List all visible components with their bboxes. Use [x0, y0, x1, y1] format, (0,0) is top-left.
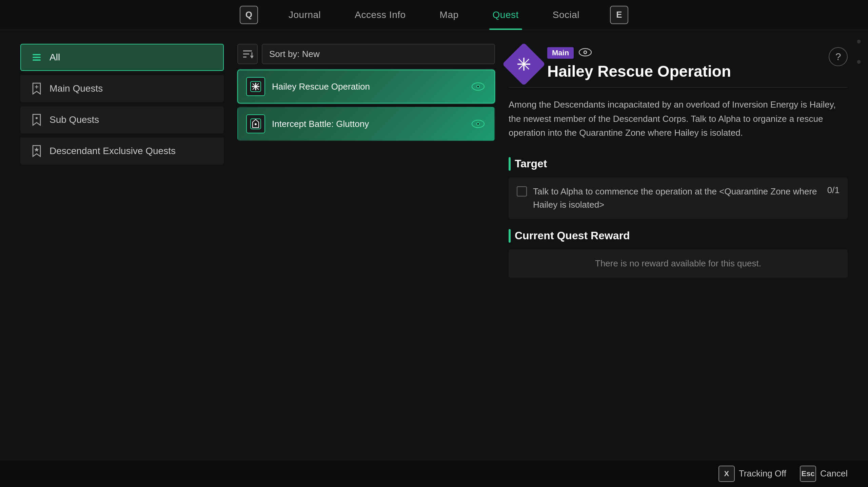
decoration-dot-top: •: [856, 34, 861, 49]
nav-item-access-info[interactable]: Access Info: [351, 10, 409, 20]
target-task-text: Talk to Alpha to commence the operation …: [533, 185, 821, 211]
bookmark-icon: [31, 82, 43, 95]
quest-title: Hailey Rescue Operation: [547, 62, 821, 80]
section-bar-target: [509, 157, 511, 171]
cancel-key: Esc: [800, 466, 816, 482]
svg-point-5: [36, 117, 38, 119]
cancel-action[interactable]: Esc Cancel: [800, 466, 848, 482]
right-panel: • • Main: [509, 44, 848, 446]
sidebar-item-descendant-quests[interactable]: Descendant Exclusive Quests: [20, 137, 224, 165]
section-bar-reward: [509, 229, 511, 243]
main-badge: Main: [547, 47, 574, 59]
center-panel: Sort by: New Hailey Rescue Operation: [237, 44, 495, 446]
decoration-dot-mid: •: [856, 54, 861, 70]
quest-eye-button-intercept[interactable]: [470, 116, 486, 132]
tracking-label: Tracking Off: [739, 468, 786, 479]
quest-description: Among the Descendants incapacitated by a…: [509, 98, 848, 140]
svg-rect-2: [33, 54, 41, 55]
top-nav: Q Journal Access Info Map Quest Social E: [0, 0, 868, 30]
sort-label: Sort by: New: [269, 49, 320, 59]
sort-order-button[interactable]: [237, 44, 258, 64]
svg-point-31: [585, 52, 586, 53]
help-button[interactable]: ?: [829, 47, 848, 66]
quest-item-hailey[interactable]: Hailey Rescue Operation: [237, 70, 495, 104]
nav-item-quest[interactable]: Quest: [489, 10, 522, 20]
tracking-key: X: [718, 466, 735, 482]
sidebar-item-all[interactable]: All: [20, 44, 224, 71]
svg-rect-1: [33, 57, 41, 58]
svg-point-24: [477, 123, 479, 125]
quest-item-name-intercept: Intercept Battle: Gluttony: [272, 119, 470, 129]
target-checkbox[interactable]: [517, 186, 527, 196]
reward-section-title: Current Quest Reward: [515, 229, 630, 242]
quest-title-area: Main Hailey Rescue Operation: [547, 47, 821, 80]
cancel-label: Cancel: [820, 468, 848, 479]
quest-eye-button-hailey[interactable]: [470, 78, 486, 95]
sidebar-item-all-label: All: [50, 52, 60, 63]
nav-item-map[interactable]: Map: [436, 10, 462, 20]
layers-icon: [31, 51, 43, 63]
tracking-action[interactable]: X Tracking Off: [718, 466, 786, 482]
sidebar: All Main Quests Sub Quests: [20, 44, 224, 446]
reward-box: There is no reward available for this qu…: [509, 249, 848, 278]
reward-text: There is no reward available for this qu…: [595, 258, 761, 268]
svg-point-21: [255, 123, 257, 125]
sidebar-item-sub-quests[interactable]: Sub Quests: [20, 106, 224, 133]
sidebar-item-sub-quests-label: Sub Quests: [50, 114, 99, 125]
quest-list: Hailey Rescue Operation: [237, 70, 495, 141]
quest-item-icon-intercept: [246, 114, 265, 133]
target-section-title: Target: [515, 157, 547, 170]
sidebar-item-descendant-quests-label: Descendant Exclusive Quests: [50, 146, 176, 156]
target-item: Talk to Alpha to commence the operation …: [509, 177, 848, 219]
bookmark-sub-icon: [31, 114, 43, 126]
nav-key-q[interactable]: Q: [240, 6, 258, 24]
quest-badges: Main: [547, 47, 821, 59]
svg-point-18: [477, 86, 479, 88]
sidebar-item-main-quests-label: Main Quests: [50, 83, 103, 94]
bookmark-star-icon: [31, 145, 43, 157]
svg-marker-6: [34, 147, 39, 152]
quest-detail-header: Main Hailey Rescue Operation ?: [509, 47, 848, 88]
target-count: 0/1: [827, 185, 840, 195]
sort-bar: Sort by: New: [237, 44, 495, 64]
sort-dropdown[interactable]: Sort by: New: [262, 44, 495, 64]
target-section-header: Target: [509, 157, 848, 171]
bottom-bar: X Tracking Off Esc Cancel: [0, 460, 868, 487]
quest-diamond-icon: [502, 42, 545, 86]
quest-item-intercept[interactable]: Intercept Battle: Gluttony: [237, 107, 495, 141]
main-content: All Main Quests Sub Quests: [0, 30, 868, 460]
reward-section-header: Current Quest Reward: [509, 229, 848, 243]
quest-item-icon-hailey: [246, 77, 265, 96]
sidebar-item-main-quests[interactable]: Main Quests: [20, 75, 224, 102]
tracking-eye-icon[interactable]: [578, 47, 593, 59]
nav-item-journal[interactable]: Journal: [285, 10, 324, 20]
quest-item-name-hailey: Hailey Rescue Operation: [272, 81, 470, 92]
svg-rect-0: [33, 59, 41, 61]
quest-diamond-inner: [515, 56, 532, 73]
nav-item-social[interactable]: Social: [549, 10, 583, 20]
nav-key-e[interactable]: E: [610, 6, 628, 24]
